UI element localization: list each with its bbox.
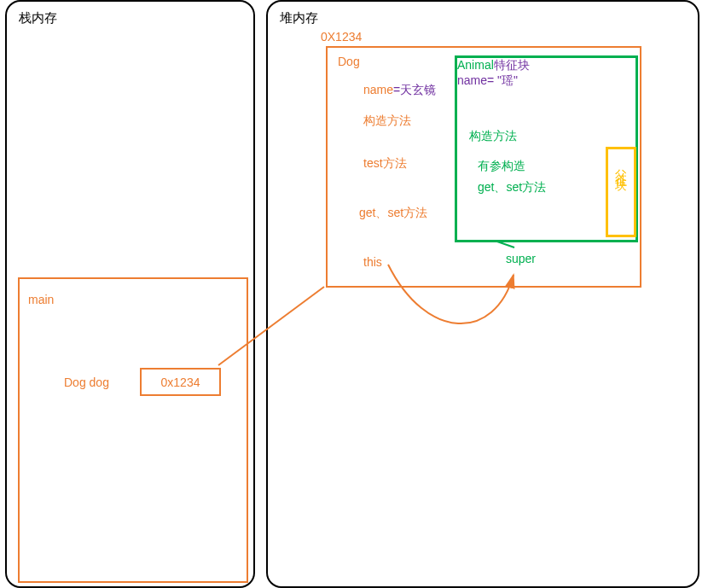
animal-arg-constructor: 有参构造	[478, 159, 525, 174]
stack-memory-panel: 栈内存 main Dog dog 0x1234	[5, 0, 255, 588]
dog-variable-address: 0x1234	[140, 368, 221, 396]
parent-block-text: 父征块	[613, 160, 629, 175]
dog-name-key: name	[363, 83, 393, 96]
main-stack-frame: main Dog dog 0x1234	[18, 277, 248, 583]
stack-title: 栈内存	[19, 10, 57, 26]
dog-constructor: 构造方法	[363, 114, 411, 129]
animal-title-part1: Animal	[457, 58, 494, 72]
dog-test-method: test方法	[363, 156, 407, 172]
animal-constructor: 构造方法	[469, 129, 517, 144]
dog-this-label: this	[363, 255, 382, 269]
dog-getset-methods: get、set方法	[359, 206, 427, 221]
animal-feature-block: Animal特征块 name= "瑶" 构造方法 有参构造 get、set方法 …	[455, 55, 638, 242]
animal-title-part2: 特征块	[494, 58, 530, 72]
animal-block-title: Animal特征块	[457, 58, 635, 73]
heap-object-address: 0X1234	[321, 30, 362, 44]
dog-name-field: name=天玄镜	[363, 83, 436, 98]
animal-getset-methods: get、set方法	[478, 180, 546, 195]
dog-variable-declaration: Dog dog	[64, 376, 109, 389]
dog-object-block: Dog name=天玄镜 构造方法 test方法 get、set方法 this …	[326, 46, 641, 288]
dog-class-name: Dog	[338, 55, 360, 68]
heap-memory-panel: 堆内存 0X1234 Dog name=天玄镜 构造方法 test方法 get、…	[266, 0, 699, 588]
animal-name-field: name= "瑶"	[457, 73, 635, 89]
heap-title: 堆内存	[280, 10, 318, 26]
dog-name-value: 天玄镜	[400, 83, 436, 96]
main-label: main	[28, 293, 54, 306]
parent-feature-block: 父征块	[606, 147, 636, 237]
dog-name-eq: =	[393, 83, 400, 96]
dog-super-label: super	[506, 252, 536, 265]
